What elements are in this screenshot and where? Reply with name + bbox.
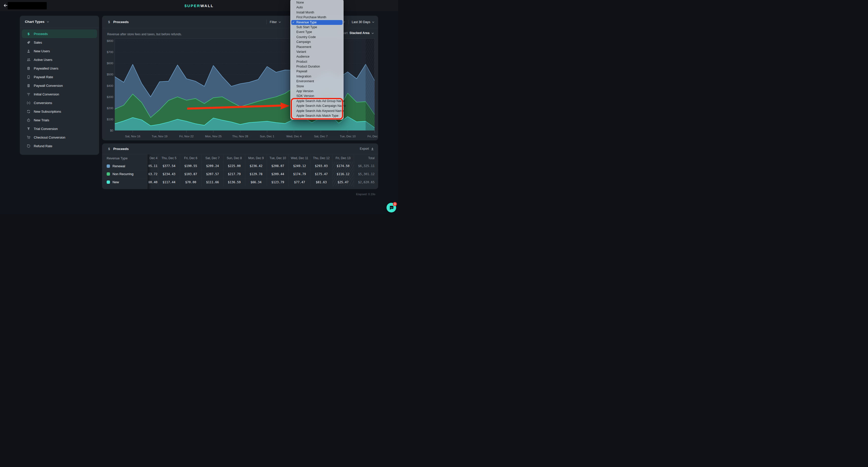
svg-text:Tue, Nov 19: Tue, Nov 19 [152, 135, 167, 138]
table-header-row: Revenue TypeDec 4Thu, Dec 5Fri, Dec 6Sat… [102, 154, 378, 162]
menu-item-install-month[interactable]: Install Month [290, 10, 344, 15]
cell-total: $6,325.11 [354, 162, 378, 170]
svg-text:$400: $400 [107, 84, 113, 87]
sidebar-item-label: Proceeds [34, 32, 48, 36]
cell-value: $209.24 [202, 162, 223, 170]
sidebar-item-paywall-conversion[interactable]: Paywall Conversion [22, 81, 97, 90]
menu-item-variant[interactable]: Variant [290, 49, 344, 54]
refresh-icon [26, 109, 30, 113]
export-label: Export [360, 147, 369, 151]
column-header-partial: Dec 4 [148, 154, 158, 162]
sidebar-item-label: Paywall Conversion [34, 84, 63, 88]
row-label-new: New [102, 178, 148, 186]
menu-item-first-purchase-month[interactable]: First Purchase Month [290, 15, 344, 20]
menu-item-integration[interactable]: Integration [290, 74, 344, 79]
column-header-sat-dec-7: Sat, Dec 7 [202, 154, 223, 162]
menu-item-product[interactable]: Product [290, 59, 344, 64]
cell-value: $175.47 [310, 170, 332, 178]
cell-value: $103.87 [180, 170, 202, 178]
menu-item-revenue-type[interactable]: ✓Revenue Type [291, 20, 343, 25]
cell-value: $66.34 [245, 178, 267, 186]
menu-item-country-code[interactable]: Country Code [290, 35, 344, 40]
table-row-new: New80.40$117.44$70.00$111.66$136.59$66.3… [102, 178, 378, 186]
chart-types-header[interactable]: Chart Types [20, 16, 99, 28]
table-row-renewal: Renewal05.11$377.54$190.55$209.24$225.00… [102, 162, 378, 170]
sidebar-item-paywall-rate[interactable]: Paywall Rate [22, 73, 97, 81]
menu-item-sdk-version[interactable]: SDK Version [290, 94, 344, 98]
menu-item-apple-search-ads-ad-group-name[interactable]: Apple Search Ads Ad Group Name [290, 99, 344, 104]
svg-text:Wed, Dec 4: Wed, Dec 4 [286, 135, 302, 138]
svg-text:$300: $300 [107, 95, 113, 98]
cell-total: $5,301.12 [354, 170, 378, 178]
menu-item-campaign[interactable]: Campaign [290, 40, 344, 44]
sidebar-item-trial-conversion[interactable]: Trial Conversion [22, 124, 97, 133]
cell-partial: 80.40 [148, 178, 158, 186]
sidebar-item-checkout-conversion[interactable]: Checkout Conversion [22, 133, 97, 142]
cell-value: $293.03 [310, 162, 332, 170]
menu-item-paywall[interactable]: Paywall [290, 69, 344, 74]
menu-item-apple-search-ads-campaign-name[interactable]: Apple Search Ads Campaign Name [290, 104, 344, 108]
svg-text:Sat, Nov 16: Sat, Nov 16 [125, 135, 141, 138]
cell-value: $111.66 [202, 178, 223, 186]
sidebar-item-label: Initial Conversion [34, 92, 59, 96]
menu-item-sub-start-type[interactable]: Sub Start Type [290, 25, 344, 30]
cell-value: $236.42 [245, 162, 267, 170]
menu-item-auto[interactable]: Auto [290, 5, 344, 10]
chat-unread-badge: 3 [393, 202, 397, 206]
svg-text:$100: $100 [107, 118, 113, 121]
cell-value: $208.07 [267, 162, 288, 170]
chat-button[interactable]: 3 [386, 203, 396, 212]
cell-partial: 63.72 [148, 170, 158, 178]
target-parens-icon [26, 101, 30, 105]
sidebar-item-label: Conversions [34, 101, 52, 105]
export-button[interactable]: Export [360, 147, 374, 151]
svg-text:$700: $700 [107, 51, 113, 54]
sidebar-item-label: Paywalled Users [34, 66, 58, 70]
menu-item-product-duration[interactable]: Product Duration [290, 64, 344, 69]
series-color-swatch [107, 172, 110, 176]
cart-icon [26, 135, 30, 139]
series-label: Non Recurring [113, 172, 133, 176]
svg-text:$600: $600 [107, 62, 113, 65]
sidebar-item-new-trials[interactable]: New Trials [22, 116, 97, 124]
menu-item-audience[interactable]: Audience [290, 54, 344, 59]
menu-item-environment[interactable]: Environment [290, 79, 344, 84]
chevron-down-icon [46, 21, 49, 23]
device-icon [26, 75, 30, 79]
chat-icon [389, 205, 394, 210]
sidebar-title: Chart Types [25, 20, 44, 24]
sidebar-item-label: Checkout Conversion [34, 136, 65, 139]
cell-value: $116.12 [332, 170, 354, 178]
sidebar-item-conversions[interactable]: Conversions [22, 98, 97, 107]
menu-item-apple-search-ads-match-type[interactable]: Apple Search Ads Match Type [290, 113, 344, 118]
table-panel-title: Proceeds [113, 147, 129, 151]
cell-value: $190.55 [180, 162, 202, 170]
sidebar-item-new-users[interactable]: New Users [22, 47, 97, 55]
sidebar-item-sales[interactable]: Sales [22, 38, 97, 47]
menu-item-event-type[interactable]: Event Type [290, 30, 344, 35]
menu-item-app-version[interactable]: App Version [290, 89, 344, 94]
cell-value: $234.43 [158, 170, 180, 178]
menu-item-none[interactable]: None [290, 0, 344, 5]
menu-item-store[interactable]: Store [290, 84, 344, 89]
menu-item-apple-search-ads-keyword-name[interactable]: Apple Search Ads Keyword Name [290, 109, 344, 113]
sidebar-item-refund-rate[interactable]: Refund Rate [22, 142, 97, 150]
cell-value: $174.79 [288, 170, 310, 178]
menu-item-placement[interactable]: Placement [290, 45, 344, 49]
column-header-wed-dec-11: Wed, Dec 11 [288, 154, 310, 162]
sidebar-item-paywalled-users[interactable]: Paywalled Users [22, 64, 97, 73]
dollar-icon: $ [107, 147, 111, 151]
sidebar-item-proceeds[interactable]: $Proceeds [22, 29, 97, 38]
sidebar-item-new-subscriptions[interactable]: New Subscriptions [22, 107, 97, 116]
cell-value: $207.57 [202, 170, 223, 178]
row-label-renewal: Renewal [102, 162, 148, 170]
tag-icon [26, 40, 30, 44]
funnel-icon [26, 127, 30, 131]
column-header-thu-dec-5: Thu, Dec 5 [158, 154, 180, 162]
users-icon [26, 58, 30, 62]
cell-value: $81.63 [310, 178, 332, 186]
sidebar-item-initial-conversion[interactable]: Initial Conversion [22, 90, 97, 98]
sidebar-item-active-users[interactable]: Active Users [22, 55, 97, 64]
series-label: Renewal [113, 164, 125, 168]
cell-total: $2,620.65 [354, 178, 378, 186]
